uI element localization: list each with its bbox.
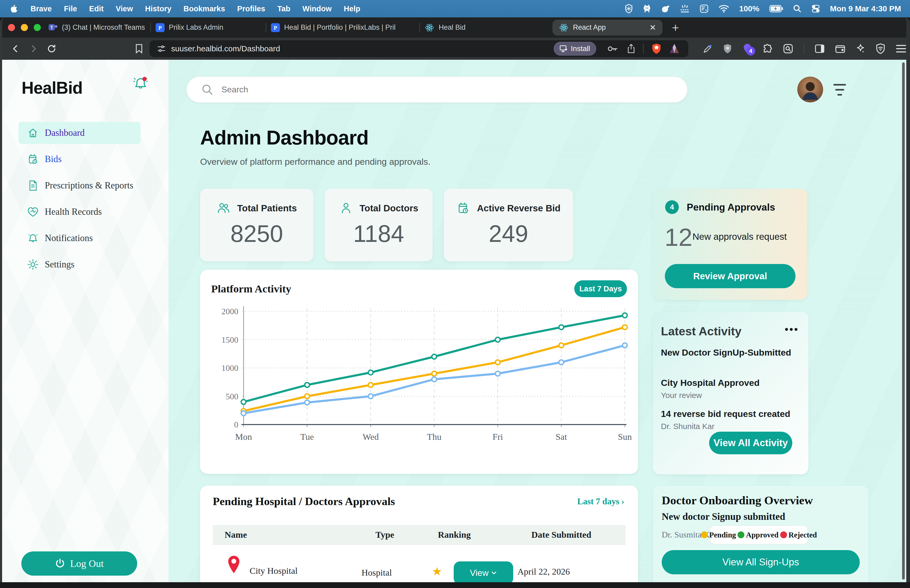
sidebar-item-notifications[interactable]: Notifications — [18, 227, 141, 249]
onboarding-title: Doctor Onboarding Overview — [662, 494, 813, 507]
menu-item-view[interactable]: View — [116, 5, 133, 13]
sidebar-item-label: Notifications — [45, 233, 93, 244]
doctor-onboarding-card: Doctor Onboarding Overview New doctor Si… — [653, 486, 868, 582]
close-tab-icon[interactable]: ✕ — [650, 23, 656, 32]
back-button[interactable] — [11, 44, 20, 53]
tab-react-app-active[interactable]: React App ✕ — [553, 20, 663, 36]
sidebar-item-dashboard[interactable]: Dashboard — [18, 122, 141, 144]
screen: Brave File Edit View History Bookmarks P… — [0, 0, 910, 588]
tab-prilix-admin[interactable]: P Prilix Labs Admin — [156, 23, 261, 32]
platform-activity-card: Platform Activity Last 7 Days 0500100015… — [200, 270, 638, 474]
control-center-icon[interactable] — [811, 5, 820, 13]
bids-clipboard-icon — [27, 153, 39, 165]
reload-button[interactable] — [47, 44, 57, 53]
svg-text:0: 0 — [234, 420, 238, 429]
keystroke-status-icon[interactable] — [680, 4, 690, 13]
hand-status-icon[interactable] — [661, 4, 670, 13]
menu-hamburger-icon[interactable] — [896, 44, 906, 53]
llama-status-icon[interactable] — [643, 4, 651, 13]
password-key-icon[interactable] — [607, 44, 618, 53]
wallet-icon[interactable] — [835, 44, 845, 53]
brave-shields-icon[interactable] — [651, 43, 661, 54]
site-settings-icon[interactable] — [157, 44, 166, 53]
location-pin-icon — [227, 554, 241, 579]
search-tabs-icon[interactable] — [783, 44, 793, 54]
menu-item-help[interactable]: Help — [344, 5, 360, 13]
gray-shield-icon[interactable] — [723, 44, 732, 54]
svg-text:500: 500 — [226, 392, 238, 401]
more-options-icon[interactable]: ••• — [785, 323, 799, 335]
apple-logo-icon[interactable] — [11, 4, 18, 13]
filter-icon[interactable] — [833, 84, 846, 95]
sidebar-item-label: Settings — [45, 259, 74, 270]
zoom-window-button[interactable] — [34, 24, 41, 31]
svg-text:Fri: Fri — [492, 432, 503, 442]
sidebar-item-health-records[interactable]: Health Records — [18, 201, 141, 223]
view-row-button[interactable]: View — [454, 561, 513, 582]
page-subtitle: Overview of platform performance and pen… — [200, 157, 430, 167]
view-all-signups-button[interactable]: View All Sign-Ups — [662, 550, 860, 574]
vpn-shield-icon[interactable] — [876, 44, 885, 54]
home-icon — [27, 127, 39, 139]
menu-item-brave[interactable]: Brave — [31, 5, 52, 13]
user-avatar[interactable] — [797, 77, 823, 102]
minimize-window-button[interactable] — [21, 24, 28, 31]
cell-name: City Hospital — [250, 566, 297, 576]
table-range-link[interactable]: Last 7 days › — [577, 497, 624, 506]
tab-healbid-portfolio[interactable]: P Heal Bid | Portfolio | PrilixLabs | Pr… — [271, 23, 414, 32]
sidebar-item-label: Prescriptions & Reports — [45, 180, 133, 191]
column-header-name: Name — [225, 530, 247, 540]
leo-ai-sparkle-icon[interactable] — [856, 44, 865, 54]
chevron-down-icon — [491, 571, 497, 575]
latest-activity-card: Latest Activity ••• New Doctor SignUp-Su… — [653, 312, 808, 474]
review-approval-button[interactable]: Review Approval — [665, 264, 795, 288]
search-icon — [201, 84, 213, 96]
onboarding-doctor-name: Dr. Susmita Kar — [662, 530, 716, 540]
logout-button[interactable]: Log Out — [21, 551, 137, 576]
menu-item-profiles[interactable]: Profiles — [237, 5, 265, 13]
close-window-button[interactable] — [8, 24, 15, 31]
wifi-status-icon[interactable] — [719, 5, 729, 13]
menu-item-file[interactable]: File — [64, 5, 77, 13]
bookmark-icon[interactable] — [135, 44, 143, 53]
pin-extension-icon[interactable]: 4 — [742, 44, 752, 54]
shortcut-panel-status-icon[interactable] — [700, 4, 709, 13]
stat-label: Total Patients — [237, 203, 297, 213]
column-header-date: Date Submitted — [531, 530, 592, 540]
tab-teams[interactable]: T (3) Chat | Microsoft Teams — [48, 23, 145, 32]
url-bar[interactable]: suuser.healbid.com/Dashboard Install — [150, 40, 688, 57]
share-icon[interactable] — [627, 44, 635, 53]
prism-extension-icon[interactable] — [669, 44, 679, 54]
view-all-activity-button[interactable]: View All Activity — [709, 432, 792, 454]
menu-item-window[interactable]: Window — [302, 5, 332, 13]
brave-status-icon[interactable] — [625, 4, 633, 13]
extensions-puzzle-icon[interactable] — [763, 44, 773, 54]
svg-text:2000: 2000 — [221, 307, 238, 316]
svg-text:Wed: Wed — [362, 432, 379, 442]
sidebar-toggle-icon[interactable] — [815, 44, 825, 54]
url-text[interactable]: suuser.healbid.com/Dashboard — [171, 44, 280, 53]
stat-value: 249 — [444, 220, 573, 247]
tab-healbid[interactable]: Heal Bid — [425, 23, 475, 32]
sidebar-item-bids[interactable]: Bids — [18, 148, 141, 170]
forward-button[interactable] — [29, 44, 38, 53]
menu-item-bookmarks[interactable]: Bookmarks — [184, 5, 225, 13]
search-input[interactable] — [221, 84, 643, 95]
menu-bar-clock[interactable]: Mon 9 Mar 4:30 PM — [830, 4, 901, 13]
new-tab-button[interactable]: + — [672, 21, 679, 35]
install-app-button[interactable]: Install — [554, 42, 596, 55]
sidebar-item-prescriptions[interactable]: Prescriptions & Reports — [18, 174, 141, 197]
menu-item-edit[interactable]: Edit — [89, 5, 104, 13]
page-scrollbar[interactable] — [902, 62, 905, 580]
chart-range-button[interactable]: Last 7 Days — [574, 280, 627, 297]
menu-item-history[interactable]: History — [145, 5, 171, 13]
svg-text:P: P — [158, 24, 162, 31]
menu-item-tab[interactable]: Tab — [277, 5, 290, 13]
spotlight-search-icon[interactable] — [793, 5, 802, 13]
macos-menu-bar: Brave File Edit View History Bookmarks P… — [0, 0, 910, 17]
sidebar-item-settings[interactable]: Settings — [18, 254, 141, 276]
stat-label: Total Doctors — [360, 203, 419, 213]
notification-bell-icon[interactable] — [133, 76, 148, 91]
color-picker-icon[interactable] — [703, 44, 713, 53]
search-bar[interactable] — [186, 77, 687, 103]
